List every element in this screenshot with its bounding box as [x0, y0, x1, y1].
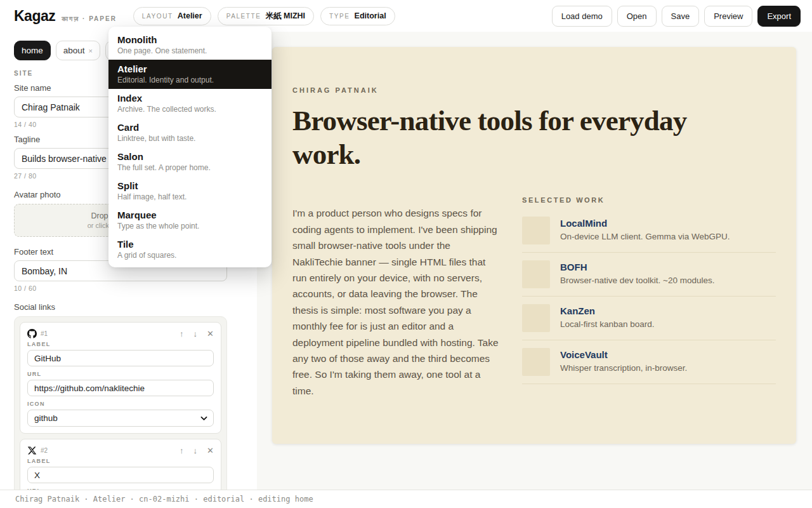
work-title: KanZen	[560, 305, 655, 317]
move-up-icon[interactable]: ↑	[180, 446, 184, 455]
chip-label: TYPE	[329, 13, 350, 20]
layout-description: Type as the whole point.	[117, 222, 263, 231]
app-logo-subtitle: कागज़ · PAPER	[62, 15, 117, 23]
header-action-button[interactable]: Save	[662, 6, 700, 27]
work-title: LocalMind	[560, 218, 730, 229]
layout-menu-item[interactable]: Index Archive. The collected works.	[108, 89, 272, 118]
app-root: Kagaz कागज़ · PAPER LAYOUT Atelier PALET…	[0, 0, 812, 508]
header-action-button[interactable]: Preview	[704, 6, 752, 27]
work-item[interactable]: VoiceVault Whisper transcription, in-bro…	[522, 340, 776, 384]
work-item[interactable]: BOFH Browser-native dev toolkit. ~20 mod…	[522, 253, 776, 297]
layout-name: Index	[117, 92, 263, 104]
theme-chips: LAYOUT Atelier PALETTE 米紙 MIZHI TYPE Edi…	[133, 7, 395, 25]
move-down-icon[interactable]: ↓	[193, 446, 198, 455]
work-title: BOFH	[560, 262, 715, 273]
preview-paper: CHIRAG PATNAIK Browser-native tools for …	[272, 47, 796, 444]
chip-value: 米紙 MIZHI	[266, 11, 306, 22]
layout-name: Monolith	[117, 34, 263, 46]
status-text: Chirag Patnaik · Atelier · cn-02-mizhi ·…	[15, 495, 313, 504]
work-description: Local-first kanban board.	[560, 319, 655, 329]
work-thumbnail	[522, 304, 550, 332]
layout-name: Marquee	[117, 209, 263, 221]
page-tab-label: home	[22, 46, 43, 55]
remove-link-icon[interactable]: ✕	[207, 330, 214, 338]
layout-menu-item[interactable]: Dossier	[108, 264, 272, 267]
page-tab[interactable]: about ×	[56, 41, 100, 60]
chip-value: Editorial	[355, 11, 386, 20]
header-action-button[interactable]: Export	[757, 6, 801, 27]
social-links-list: #1 ↑ ↓ ✕ LABEL URL	[14, 316, 227, 490]
social-link-index: #2	[41, 447, 48, 454]
preview-bio: I'm a product person who designs specs f…	[292, 205, 502, 399]
social-label-input[interactable]	[27, 350, 214, 366]
work-description: Browser-native dev toolkit. ~20 modules.	[560, 276, 715, 285]
social-links-label: Social links	[14, 302, 227, 312]
preview-heading: Browser-native tools for everyday work.	[292, 104, 756, 171]
x-logo-icon	[27, 446, 37, 455]
layout-name: Split	[117, 180, 263, 192]
layout-name: Salon	[117, 150, 263, 163]
layout-menu-item[interactable]: Marquee Type as the whole point.	[108, 206, 272, 235]
work-thumbnail	[522, 348, 550, 376]
layout-dropdown-menu: Monolith One page. One statement. Atelie…	[108, 27, 272, 267]
move-up-icon[interactable]: ↑	[180, 330, 184, 338]
layout-name: Tile	[117, 238, 263, 250]
preview-pane: CHIRAG PATNAIK Browser-native tools for …	[257, 32, 812, 490]
social-icon-select[interactable]: github	[27, 410, 214, 427]
layout-description: Archive. The collected works.	[117, 105, 263, 114]
layout-description: One page. One statement.	[117, 46, 263, 56]
footer-text-counter: 10 / 60	[14, 284, 227, 292]
layout-menu-item[interactable]: Split Half image, half text.	[108, 177, 272, 206]
social-icon-caption: ICON	[27, 401, 214, 407]
move-down-icon[interactable]: ↓	[193, 330, 198, 338]
selected-work-label: SELECTED WORK	[522, 196, 776, 204]
work-description: On-device LLM client. Gemma via WebGPU.	[560, 232, 730, 241]
header-action-button[interactable]: Load demo	[552, 6, 612, 27]
social-label-input[interactable]	[27, 467, 214, 483]
layout-name: Atelier	[117, 63, 263, 75]
work-item[interactable]: LocalMind On-device LLM client. Gemma vi…	[522, 209, 776, 253]
work-item[interactable]: KanZen Local-first kanban board.	[522, 297, 776, 340]
chip-value: Atelier	[178, 11, 202, 20]
social-label-caption: LABEL	[27, 458, 214, 464]
chip-label: LAYOUT	[142, 13, 173, 20]
work-thumbnail	[522, 260, 550, 288]
layout-menu-item[interactable]: Monolith One page. One statement.	[108, 30, 272, 60]
selected-work-list: LocalMind On-device LLM client. Gemma vi…	[522, 209, 776, 384]
layout-description: Linktree, but with taste.	[117, 134, 263, 144]
social-link-card: #1 ↑ ↓ ✕ LABEL URL	[20, 322, 221, 434]
layout-description: Editorial. Identity and output.	[117, 76, 263, 85]
selected-work-section: SELECTED WORK LocalMind On-device LLM cl…	[522, 196, 776, 399]
page-tab-label: about	[63, 46, 85, 55]
social-link-index: #1	[41, 330, 48, 337]
logo-block: Kagaz कागज़ · PAPER	[14, 8, 117, 25]
social-url-caption: URL	[27, 371, 214, 377]
preview-eyebrow: CHIRAG PATNAIK	[292, 86, 776, 94]
layout-menu-item[interactable]: Atelier Editorial. Identity and output.	[108, 60, 272, 89]
layout-description: Half image, half text.	[117, 192, 263, 202]
app-logo: Kagaz	[14, 8, 55, 25]
work-description: Whisper transcription, in-browser.	[560, 363, 687, 373]
header-action-button[interactable]: Open	[617, 6, 657, 27]
work-thumbnail	[522, 217, 550, 244]
theme-chip[interactable]: PALETTE 米紙 MIZHI	[218, 7, 314, 25]
social-url-input[interactable]	[27, 380, 214, 396]
header-actions: Load demo Open Save Preview Export	[552, 6, 801, 27]
social-link-card: #2 ↑ ↓ ✕ LABEL URL	[20, 439, 221, 490]
page-tab[interactable]: home	[14, 41, 51, 60]
work-title: VoiceVault	[560, 349, 687, 361]
github-icon	[27, 329, 37, 338]
close-tab-icon[interactable]: ×	[89, 47, 93, 55]
theme-chip[interactable]: TYPE Editorial	[320, 7, 395, 25]
social-label-caption: LABEL	[27, 341, 214, 347]
chip-label: PALETTE	[226, 13, 261, 20]
layout-menu-item[interactable]: Tile A grid of squares.	[108, 235, 272, 264]
layout-description: A grid of squares.	[117, 251, 263, 260]
status-bar: Chirag Patnaik · Atelier · cn-02-mizhi ·…	[0, 490, 812, 508]
layout-menu-item[interactable]: Card Linktree, but with taste.	[108, 118, 272, 147]
layout-menu-item[interactable]: Salon The full set. A proper home.	[108, 147, 272, 177]
layout-name: Card	[117, 121, 263, 133]
layout-description: The full set. A proper home.	[117, 163, 263, 173]
remove-link-icon[interactable]: ✕	[207, 446, 214, 455]
theme-chip[interactable]: LAYOUT Atelier	[133, 7, 211, 25]
